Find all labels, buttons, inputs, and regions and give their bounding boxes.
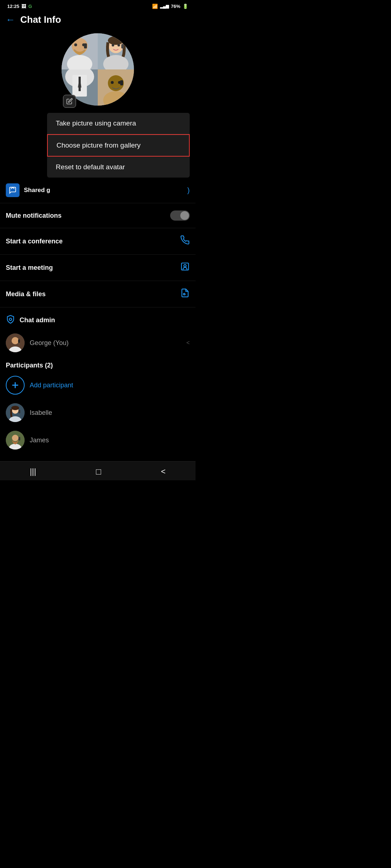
- status-time: 12:25: [7, 4, 19, 9]
- svg-point-25: [184, 265, 186, 267]
- battery-icon: 🔋: [182, 4, 188, 9]
- toggle-knob: [180, 211, 189, 220]
- participant-james-row[interactable]: James: [0, 426, 196, 454]
- status-right: 📶 ▂▄▆ 76% 🔋: [152, 4, 188, 9]
- svg-point-27: [9, 318, 12, 321]
- shared-messages-label: Shared g: [24, 187, 50, 194]
- signal-icon: ▂▄▆: [160, 4, 169, 9]
- svg-point-5: [82, 43, 85, 46]
- start-conference-row[interactable]: Start a conference: [0, 228, 196, 255]
- svg-point-12: [118, 44, 120, 47]
- start-conference-label: Start a conference: [6, 238, 63, 245]
- mute-notifications-row[interactable]: Mute notifications: [0, 203, 196, 228]
- add-participant-row[interactable]: Add participant: [0, 371, 196, 399]
- chat-admin-section-header: Chat admin: [0, 307, 196, 329]
- status-bar: 12:25 🖼 G 📶 ▂▄▆ 76% 🔋: [0, 0, 196, 11]
- media-files-label: Media & files: [6, 290, 46, 298]
- chat-admin-label: Chat admin: [20, 316, 55, 324]
- media-files-row[interactable]: Media & files: [0, 281, 196, 307]
- add-participant-label: Add participant: [30, 382, 73, 389]
- mute-toggle[interactable]: [170, 210, 190, 221]
- battery-level: 76%: [171, 4, 180, 9]
- svg-rect-10: [121, 44, 124, 48]
- svg-point-11: [112, 44, 114, 47]
- shared-messages-row[interactable]: Shared g ): [0, 178, 196, 203]
- edit-avatar-button[interactable]: [63, 95, 76, 108]
- svg-point-23: [118, 81, 121, 84]
- avatar-section: [0, 30, 196, 113]
- bottom-nav: ||| □ <: [0, 461, 196, 480]
- shared-chevron-icon: ): [187, 186, 190, 195]
- svg-point-29: [12, 337, 19, 344]
- photo-icon: 🖼: [21, 4, 26, 9]
- svg-point-37: [11, 406, 19, 410]
- choose-gallery-option[interactable]: Choose picture from gallery: [47, 134, 190, 157]
- svg-rect-42: [18, 437, 20, 441]
- svg-rect-17: [79, 77, 81, 91]
- take-picture-option[interactable]: Take picture using camera: [47, 113, 190, 134]
- media-search-icon: [180, 288, 190, 300]
- isabelle-name: Isabelle: [30, 409, 52, 417]
- back-button[interactable]: ←: [6, 14, 15, 25]
- avatar-q2: [98, 33, 134, 69]
- svg-point-22: [111, 81, 114, 84]
- grammarly-icon: G: [28, 4, 32, 9]
- isabelle-avatar: [6, 403, 25, 422]
- mute-notifications-label: Mute notifications: [6, 212, 62, 220]
- svg-rect-38: [18, 410, 20, 413]
- avatar-q4: [98, 69, 134, 106]
- svg-rect-31: [18, 339, 20, 343]
- admin-shield-icon: [6, 315, 15, 326]
- james-avatar: [6, 431, 25, 450]
- reset-avatar-option[interactable]: Reset to default avatar: [47, 157, 190, 178]
- status-left: 12:25 🖼 G: [7, 4, 32, 9]
- participants-header: Participants (2): [0, 357, 196, 371]
- conference-icon: [180, 235, 190, 247]
- admin-avatar: [6, 333, 25, 352]
- meeting-icon: [180, 262, 190, 273]
- page-title: Chat Info: [20, 14, 61, 25]
- add-participant-icon: [6, 376, 25, 395]
- admin-user-row[interactable]: George (You) <: [0, 329, 196, 357]
- james-name: James: [30, 437, 49, 444]
- nav-back-button[interactable]: <: [161, 467, 166, 476]
- svg-point-40: [12, 435, 18, 441]
- start-meeting-row[interactable]: Start a meeting: [0, 255, 196, 281]
- participant-isabelle-row[interactable]: Isabelle: [0, 399, 196, 426]
- svg-point-9: [108, 36, 124, 45]
- nav-menu-button[interactable]: |||: [30, 467, 36, 476]
- avatar-dropdown-menu: Take picture using camera Choose picture…: [47, 113, 190, 178]
- admin-user-name: George (You): [30, 339, 68, 347]
- avatar-q1: [62, 33, 98, 69]
- page-header: ← Chat Info: [0, 11, 196, 30]
- admin-chevron-icon: <: [186, 340, 190, 346]
- start-meeting-label: Start a meeting: [6, 264, 53, 272]
- svg-point-4: [74, 43, 77, 46]
- wifi-icon: 📶: [152, 4, 158, 9]
- shared-messages-icon: [6, 183, 20, 197]
- nav-home-button[interactable]: □: [96, 467, 101, 477]
